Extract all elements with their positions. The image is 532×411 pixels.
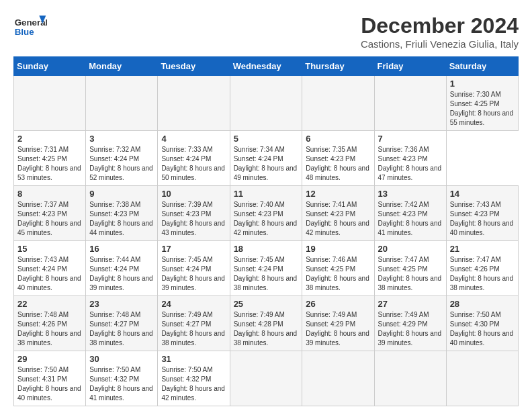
calendar-cell: 27Sunrise: 7:49 AMSunset: 4:29 PMDayligh…: [374, 296, 446, 351]
calendar-cell: 17Sunrise: 7:45 AMSunset: 4:24 PMDayligh…: [158, 241, 230, 296]
day-number: 2: [17, 134, 82, 144]
title-section: December 2024 Castions, Friuli Venezia G…: [361, 13, 519, 50]
calendar-cell: [302, 76, 374, 131]
day-info: Sunrise: 7:43 AMSunset: 4:24 PMDaylight:…: [17, 255, 82, 293]
calendar-cell: [230, 351, 302, 406]
day-number: 1: [450, 79, 515, 89]
calendar-cell: 23Sunrise: 7:48 AMSunset: 4:27 PMDayligh…: [86, 296, 158, 351]
day-number: 15: [17, 244, 82, 254]
day-info: Sunrise: 7:31 AMSunset: 4:25 PMDaylight:…: [17, 145, 82, 183]
day-info: Sunrise: 7:30 AMSunset: 4:25 PMDaylight:…: [450, 90, 515, 128]
calendar-header-saturday: Saturday: [446, 57, 518, 76]
calendar-cell: 7Sunrise: 7:36 AMSunset: 4:23 PMDaylight…: [374, 131, 446, 186]
day-info: Sunrise: 7:49 AMSunset: 4:29 PMDaylight:…: [306, 310, 370, 348]
calendar-header-tuesday: Tuesday: [158, 57, 230, 76]
day-info: Sunrise: 7:49 AMSunset: 4:28 PMDaylight:…: [234, 310, 299, 348]
day-info: Sunrise: 7:41 AMSunset: 4:23 PMDaylight:…: [306, 200, 370, 238]
calendar-week-row: 2Sunrise: 7:31 AMSunset: 4:25 PMDaylight…: [14, 131, 519, 186]
calendar-cell: 16Sunrise: 7:44 AMSunset: 4:24 PMDayligh…: [86, 241, 158, 296]
logo: General Blue: [13, 13, 47, 40]
calendar-cell: [230, 76, 302, 131]
calendar-header-wednesday: Wednesday: [230, 57, 302, 76]
calendar-cell: 28Sunrise: 7:50 AMSunset: 4:30 PMDayligh…: [446, 296, 518, 351]
calendar-week-row: 8Sunrise: 7:37 AMSunset: 4:23 PMDaylight…: [14, 186, 519, 241]
day-number: 18: [234, 244, 299, 254]
day-info: Sunrise: 7:35 AMSunset: 4:23 PMDaylight:…: [306, 145, 370, 183]
day-info: Sunrise: 7:32 AMSunset: 4:24 PMDaylight:…: [89, 145, 154, 183]
day-number: 16: [89, 244, 154, 254]
calendar-cell: 8Sunrise: 7:37 AMSunset: 4:23 PMDaylight…: [14, 186, 86, 241]
sub-title: Castions, Friuli Venezia Giulia, Italy: [361, 38, 519, 50]
calendar-cell: [302, 351, 374, 406]
day-info: Sunrise: 7:47 AMSunset: 4:26 PMDaylight:…: [450, 255, 515, 293]
day-number: 9: [89, 189, 154, 199]
calendar-cell: 29Sunrise: 7:50 AMSunset: 4:31 PMDayligh…: [14, 351, 86, 406]
calendar-cell: 26Sunrise: 7:49 AMSunset: 4:29 PMDayligh…: [302, 296, 374, 351]
day-info: Sunrise: 7:39 AMSunset: 4:23 PMDaylight:…: [161, 200, 226, 238]
day-number: 6: [306, 134, 370, 144]
calendar-cell: [158, 76, 230, 131]
day-info: Sunrise: 7:43 AMSunset: 4:23 PMDaylight:…: [450, 200, 515, 238]
calendar-cell: 31Sunrise: 7:50 AMSunset: 4:32 PMDayligh…: [158, 351, 230, 406]
calendar-cell: 12Sunrise: 7:41 AMSunset: 4:23 PMDayligh…: [302, 186, 374, 241]
calendar-cell: [374, 76, 446, 131]
day-number: 14: [450, 189, 515, 199]
calendar-cell: 15Sunrise: 7:43 AMSunset: 4:24 PMDayligh…: [14, 241, 86, 296]
day-number: 27: [378, 299, 443, 309]
calendar-cell: [86, 76, 158, 131]
calendar-cell: 24Sunrise: 7:49 AMSunset: 4:27 PMDayligh…: [158, 296, 230, 351]
calendar-cell: 13Sunrise: 7:42 AMSunset: 4:23 PMDayligh…: [374, 186, 446, 241]
day-number: 28: [450, 299, 515, 309]
calendar-cell: 21Sunrise: 7:47 AMSunset: 4:26 PMDayligh…: [446, 241, 518, 296]
calendar-cell: 18Sunrise: 7:45 AMSunset: 4:24 PMDayligh…: [230, 241, 302, 296]
calendar-cell: 3Sunrise: 7:32 AMSunset: 4:24 PMDaylight…: [86, 131, 158, 186]
calendar-cell: 4Sunrise: 7:33 AMSunset: 4:24 PMDaylight…: [158, 131, 230, 186]
day-number: 13: [378, 189, 443, 199]
calendar-cell: 20Sunrise: 7:47 AMSunset: 4:25 PMDayligh…: [374, 241, 446, 296]
day-info: Sunrise: 7:50 AMSunset: 4:32 PMDaylight:…: [161, 365, 226, 403]
day-number: 31: [161, 354, 226, 364]
day-number: 30: [89, 354, 154, 364]
calendar-cell: 2Sunrise: 7:31 AMSunset: 4:25 PMDaylight…: [14, 131, 86, 186]
logo-icon: General Blue: [13, 13, 47, 40]
day-info: Sunrise: 7:37 AMSunset: 4:23 PMDaylight:…: [17, 200, 82, 238]
day-number: 12: [306, 189, 370, 199]
day-number: 11: [234, 189, 299, 199]
day-info: Sunrise: 7:46 AMSunset: 4:25 PMDaylight:…: [306, 255, 370, 293]
day-info: Sunrise: 7:48 AMSunset: 4:27 PMDaylight:…: [89, 310, 154, 348]
calendar-cell: [14, 76, 86, 131]
day-info: Sunrise: 7:50 AMSunset: 4:30 PMDaylight:…: [450, 310, 515, 348]
day-info: Sunrise: 7:50 AMSunset: 4:32 PMDaylight:…: [89, 365, 154, 403]
day-number: 5: [234, 134, 299, 144]
calendar-cell: 9Sunrise: 7:38 AMSunset: 4:23 PMDaylight…: [86, 186, 158, 241]
calendar-header-monday: Monday: [86, 57, 158, 76]
day-number: 25: [234, 299, 299, 309]
day-info: Sunrise: 7:40 AMSunset: 4:23 PMDaylight:…: [234, 200, 299, 238]
calendar-week-row: 1Sunrise: 7:30 AMSunset: 4:25 PMDaylight…: [14, 76, 519, 131]
calendar-cell: 6Sunrise: 7:35 AMSunset: 4:23 PMDaylight…: [302, 131, 374, 186]
calendar-cell: 25Sunrise: 7:49 AMSunset: 4:28 PMDayligh…: [230, 296, 302, 351]
calendar-cell: 1Sunrise: 7:30 AMSunset: 4:25 PMDaylight…: [446, 76, 518, 131]
calendar-cell: [446, 351, 518, 406]
day-number: 24: [161, 299, 226, 309]
day-info: Sunrise: 7:44 AMSunset: 4:24 PMDaylight:…: [89, 255, 154, 293]
day-info: Sunrise: 7:47 AMSunset: 4:25 PMDaylight:…: [378, 255, 443, 293]
day-info: Sunrise: 7:45 AMSunset: 4:24 PMDaylight:…: [234, 255, 299, 293]
calendar-cell: 22Sunrise: 7:48 AMSunset: 4:26 PMDayligh…: [14, 296, 86, 351]
calendar-table: SundayMondayTuesdayWednesdayThursdayFrid…: [13, 56, 519, 406]
day-number: 10: [161, 189, 226, 199]
day-number: 23: [89, 299, 154, 309]
calendar-header-friday: Friday: [374, 57, 446, 76]
day-info: Sunrise: 7:36 AMSunset: 4:23 PMDaylight:…: [378, 145, 443, 183]
day-number: 7: [378, 134, 443, 144]
day-number: 19: [306, 244, 370, 254]
calendar-cell: 19Sunrise: 7:46 AMSunset: 4:25 PMDayligh…: [302, 241, 374, 296]
calendar-week-row: 22Sunrise: 7:48 AMSunset: 4:26 PMDayligh…: [14, 296, 519, 351]
svg-text:Blue: Blue: [15, 27, 34, 37]
day-number: 21: [450, 244, 515, 254]
calendar-cell: 10Sunrise: 7:39 AMSunset: 4:23 PMDayligh…: [158, 186, 230, 241]
day-info: Sunrise: 7:49 AMSunset: 4:29 PMDaylight:…: [378, 310, 443, 348]
day-number: 29: [17, 354, 82, 364]
day-info: Sunrise: 7:49 AMSunset: 4:27 PMDaylight:…: [161, 310, 226, 348]
calendar-cell: [374, 351, 446, 406]
